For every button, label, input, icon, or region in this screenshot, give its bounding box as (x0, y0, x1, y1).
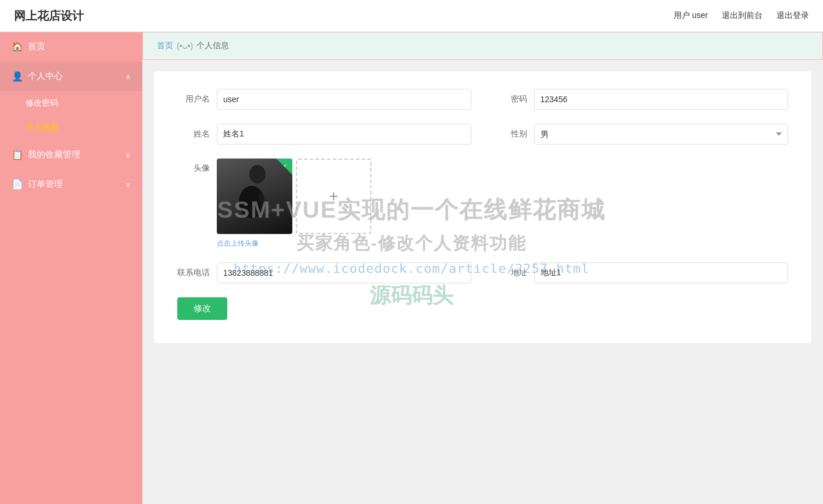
chevron-up-icon: ∧ (126, 73, 131, 81)
avatar-upload-box[interactable]: + (296, 159, 371, 234)
sidebar-sub-personal: 修改密码 个人信息 (0, 91, 142, 140)
user-info: 用户 user (674, 10, 708, 21)
avatar-images: ✓ (217, 159, 371, 234)
form-row-3: 联系电话 地址 (177, 262, 788, 283)
password-label: 密码 (495, 94, 527, 105)
name-input[interactable] (217, 124, 471, 145)
main-layout: 🏠 首页 👤 个人中心 ∧ 修改密码 个人信息 📋 我的收藏管理 ∨ 📄 订单管… (0, 32, 823, 504)
chevron-down-icon: ∨ (126, 151, 131, 159)
gender-select[interactable]: 男 女 (534, 124, 789, 145)
home-icon: 🏠 (12, 41, 23, 52)
gender-label: 性别 (495, 129, 527, 139)
form-area: 用户名 密码 姓名 性别 男 女 (154, 71, 811, 343)
main-content: 首页 (•ᴗ•) 个人信息 用户名 密码 姓名 (142, 32, 823, 504)
form-row-1: 用户名 密码 (177, 89, 788, 110)
name-label: 姓名 (177, 129, 210, 139)
button-row: 修改 (177, 297, 788, 320)
modify-button[interactable]: 修改 (177, 297, 227, 320)
phone-label: 联系电话 (177, 268, 210, 278)
nav-front-link[interactable]: 退出到前台 (722, 10, 763, 21)
sidebar-item-label: 订单管理 (28, 179, 63, 190)
header: 网上花店设计 用户 user 退出到前台 退出登录 (0, 0, 823, 32)
sidebar-item-favorites[interactable]: 📋 我的收藏管理 ∨ (0, 140, 142, 170)
sidebar-item-orders[interactable]: 📄 订单管理 ∨ (0, 170, 142, 199)
sidebar-item-personal-center[interactable]: 👤 个人中心 ∧ (0, 62, 142, 91)
avatar-figure (217, 159, 292, 234)
breadcrumb: 首页 (•ᴗ•) 个人信息 (142, 32, 823, 60)
favorites-icon: 📋 (12, 149, 23, 160)
username-input[interactable] (217, 89, 471, 110)
sidebar: 🏠 首页 👤 个人中心 ∧ 修改密码 个人信息 📋 我的收藏管理 ∨ 📄 订单管… (0, 32, 142, 504)
sidebar-item-home[interactable]: 🏠 首页 (0, 32, 142, 62)
header-nav: 用户 user 退出到前台 退出登录 (674, 10, 809, 21)
sidebar-item-label: 个人中心 (28, 71, 63, 82)
person-silhouette (226, 161, 284, 231)
sidebar-item-label: 首页 (28, 41, 45, 52)
svg-point-0 (249, 165, 266, 183)
address-label: 地址 (495, 268, 527, 278)
avatar-content: ✓ (217, 159, 371, 249)
sidebar-sub-personal-info[interactable]: 个人信息 (0, 116, 142, 140)
form-group-address: 地址 (495, 262, 789, 283)
form-group-username: 用户名 (177, 89, 471, 110)
phone-input[interactable] (217, 262, 471, 283)
form-group-gender: 性别 男 女 (495, 124, 789, 145)
breadcrumb-home[interactable]: 首页 (157, 41, 173, 51)
plus-icon: + (329, 187, 338, 206)
chevron-down-icon-orders: ∨ (126, 181, 131, 189)
app-logo: 网上花店设计 (14, 8, 84, 24)
avatar-row: 头像 ✓ (177, 159, 788, 249)
avatar-label: 头像 (177, 159, 210, 174)
breadcrumb-separator: (•ᴗ•) (177, 41, 193, 51)
person-icon: 👤 (12, 71, 23, 82)
avatar-selected[interactable]: ✓ (217, 159, 292, 234)
address-input[interactable] (534, 262, 789, 283)
svg-point-3 (263, 204, 272, 214)
password-input[interactable] (534, 89, 789, 110)
form-group-phone: 联系电话 (177, 262, 471, 283)
username-label: 用户名 (177, 94, 210, 105)
form-row-2: 姓名 性别 男 女 (177, 124, 788, 145)
form-group-name: 姓名 (177, 124, 471, 145)
breadcrumb-current: 个人信息 (196, 41, 229, 51)
orders-icon: 📄 (12, 179, 23, 190)
nav-logout-link[interactable]: 退出登录 (777, 10, 809, 21)
upload-tip[interactable]: 点击上传头像 (217, 239, 371, 249)
sidebar-item-label: 我的收藏管理 (28, 149, 80, 160)
form-group-password: 密码 (495, 89, 789, 110)
sidebar-sub-change-password[interactable]: 修改密码 (0, 91, 142, 116)
